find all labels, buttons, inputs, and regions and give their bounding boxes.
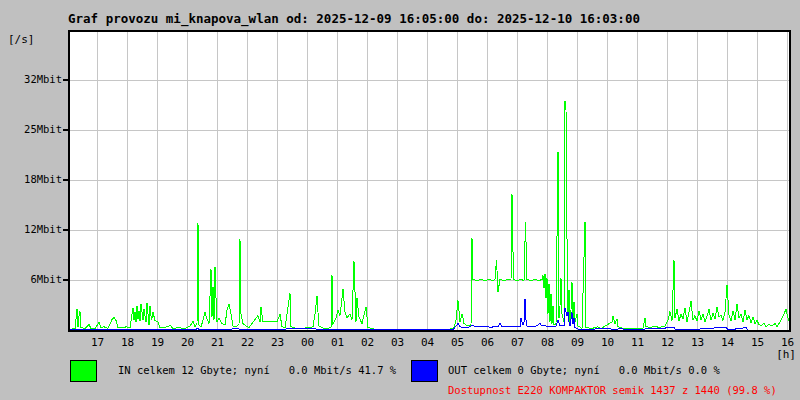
x-tick-label: 00 xyxy=(295,336,321,349)
x-tick-label: 08 xyxy=(535,336,561,349)
x-tick-label: 23 xyxy=(265,336,291,349)
x-tick-label: 14 xyxy=(715,336,741,349)
x-tick-label: 04 xyxy=(415,336,441,349)
legend-out-label: OUT celkem 0 Gbyte; nyní 0.0 Mbit/s 0.0 … xyxy=(448,364,720,376)
x-tick-label: 19 xyxy=(145,336,171,349)
x-tick-label: 21 xyxy=(205,336,231,349)
plot-background xyxy=(70,32,789,330)
x-tick-label: 09 xyxy=(565,336,591,349)
x-tick-label: 06 xyxy=(475,336,501,349)
y-tick-mark xyxy=(63,129,68,131)
y-tick-mark xyxy=(63,179,68,181)
y-tick-label: 12Mbit xyxy=(0,223,62,235)
x-tick-label: 01 xyxy=(325,336,351,349)
y-tick-label: 6Mbit xyxy=(0,273,62,285)
page-title: Graf provozu mi_knapova_wlan od: 2025-12… xyxy=(68,11,640,26)
y-tick-label: 18Mbit xyxy=(0,173,62,185)
x-axis-unit-label: [h] xyxy=(766,348,796,361)
mrtg-traffic-graph-page: Graf provozu mi_knapova_wlan od: 2025-12… xyxy=(0,0,800,400)
y-tick-mark xyxy=(63,279,68,281)
legend-in-label: IN celkem 12 Gbyte; nyní 0.0 Mbit/s 41.7… xyxy=(118,364,396,376)
y-axis-unit-label: [/s] xyxy=(8,33,35,46)
y-tick-label: 25Mbit xyxy=(0,123,62,135)
x-tick-label: 17 xyxy=(85,336,111,349)
chart-plot-area xyxy=(68,30,791,332)
x-tick-label: 05 xyxy=(445,336,471,349)
x-tick-label: 18 xyxy=(115,336,141,349)
y-tick-mark xyxy=(63,79,68,81)
x-tick-label: 12 xyxy=(655,336,681,349)
x-tick-label: 13 xyxy=(685,336,711,349)
x-tick-label: 07 xyxy=(505,336,531,349)
x-tick-label: 11 xyxy=(625,336,651,349)
availability-text: Dostupnost E220 KOMPAKTOR semik 1437 z 1… xyxy=(448,384,777,396)
x-tick-label: 02 xyxy=(355,336,381,349)
legend-in-swatch xyxy=(70,360,97,382)
y-tick-mark xyxy=(63,229,68,231)
x-tick-label: 10 xyxy=(595,336,621,349)
y-tick-label: 32Mbit xyxy=(0,73,62,85)
x-tick-label: 03 xyxy=(385,336,411,349)
x-tick-label: 22 xyxy=(235,336,261,349)
x-tick-label: 20 xyxy=(175,336,201,349)
legend-out-swatch xyxy=(411,360,438,382)
traffic-chart xyxy=(70,32,789,330)
